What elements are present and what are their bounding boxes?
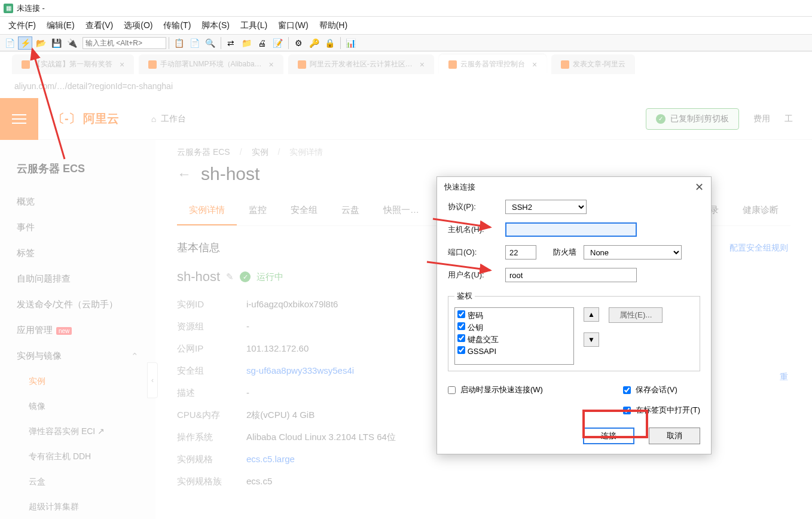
sidebar-item-instance[interactable]: 实例 [0, 369, 155, 394]
tb-save-icon[interactable]: 💾 [49, 36, 63, 50]
nav-fee[interactable]: 费用 [753, 114, 770, 124]
sidebar-item-supercompute[interactable]: 超级计算集群 [0, 494, 155, 519]
sidebar-item-cloudbox[interactable]: 云盒 [0, 469, 155, 494]
auth-keyboard[interactable]: 键盘交互 [457, 334, 571, 345]
username-field[interactable] [505, 268, 637, 282]
tab-monitor[interactable]: 监控 [237, 196, 279, 225]
sidebar-item-image[interactable]: 镜像 [0, 394, 155, 419]
firewall-select[interactable]: None [584, 245, 682, 260]
kv-value[interactable]: ecs.c5.large [246, 454, 295, 465]
edit-icon[interactable]: ✎ [226, 271, 234, 282]
host-field[interactable] [505, 222, 637, 237]
save-session-checkbox[interactable]: 保存会话(V) [623, 384, 677, 395]
checkbox[interactable] [623, 386, 631, 394]
tab-snapshot[interactable]: 快照一… [371, 196, 431, 225]
sidebar-collapse-handle[interactable]: ‹ [147, 362, 158, 398]
sidebar-item-troubleshoot[interactable]: 自助问题排查 [0, 266, 155, 292]
tb-key-icon[interactable]: 🔑 [307, 36, 321, 50]
toolbar: 📄 ⚡ 📂 💾 🔌 📋 📄 🔍 ⇄ 📁 🖨 📝 ⚙ 🔑 🔒 📊 [0, 35, 812, 51]
hamburger-menu[interactable] [0, 98, 38, 140]
tb-settings-icon[interactable]: ⚙ [291, 36, 306, 50]
move-down-button[interactable]: ▼ [584, 332, 599, 347]
auth-gssapi[interactable]: GSSAPI [457, 346, 571, 356]
browser-tab[interactable]: 【实战篇】第一期有奖答× [12, 54, 134, 74]
sidebar-item-tags[interactable]: 标签 [0, 240, 155, 266]
sidebar-item-cloud-assist[interactable]: 发送命令/文件（云助手） [0, 292, 155, 317]
open-in-tab-checkbox[interactable]: 在标签页中打开(T) [623, 405, 700, 416]
close-icon[interactable]: × [120, 60, 124, 69]
menu-window[interactable]: 窗口(W) [278, 20, 309, 31]
show-on-start-checkbox[interactable]: 启动时显示快速连接(W) [448, 384, 543, 395]
port-field[interactable] [505, 245, 536, 260]
close-icon[interactable]: × [532, 60, 537, 69]
close-icon[interactable]: ✕ [695, 181, 704, 194]
menu-view[interactable]: 查看(V) [86, 20, 114, 31]
checkbox[interactable] [448, 386, 456, 394]
sidebar-item-events[interactable]: 事件 [0, 215, 155, 240]
tb-copy-icon[interactable]: 📋 [172, 36, 186, 50]
address-bar[interactable]: aliyun.com/…/detail?regionId=cn-shanghai [0, 74, 812, 98]
back-arrow-icon[interactable]: ← [177, 166, 191, 182]
tab-details[interactable]: 实例详情 [177, 196, 237, 225]
auth-publickey[interactable]: 公钥 [457, 322, 571, 333]
tb-find-icon[interactable]: 🔍 [203, 36, 217, 50]
menu-script[interactable]: 脚本(S) [202, 20, 230, 31]
menu-tools[interactable]: 工具(L) [240, 20, 267, 31]
browser-tab[interactable]: 手动部署LNMP环境（Alibaba…× [139, 54, 283, 74]
browser-tab[interactable]: 发表文章-阿里云 [551, 54, 635, 74]
menu-edit[interactable]: 编辑(E) [47, 20, 75, 31]
kv-value[interactable]: sg-uf6aa8pwy333wsy5es4i [246, 365, 354, 377]
move-up-button[interactable]: ▲ [584, 307, 599, 322]
tb-chart-icon[interactable]: 📊 [343, 36, 358, 50]
tb-disconnect-icon[interactable]: 🔌 [65, 36, 79, 50]
host-input[interactable] [83, 37, 166, 49]
sidebar-item-app-manage[interactable]: 应用管理new [0, 317, 155, 343]
checkbox-label: 在标签页中打开(T) [636, 405, 700, 416]
browser-tab[interactable]: 阿里云开发者社区-云计算社区…× [288, 54, 434, 74]
tb-quick-connect-icon[interactable]: ⚡ [18, 36, 32, 50]
reset-link[interactable]: 重 [729, 372, 788, 383]
checkbox[interactable] [623, 407, 631, 414]
tb-print-icon[interactable]: 🖨 [255, 36, 269, 50]
menu-help[interactable]: 帮助(H) [319, 20, 347, 31]
sidebar-item-overview[interactable]: 概览 [0, 189, 155, 215]
close-icon[interactable]: × [269, 60, 274, 69]
kv-value: i-uf6agzq0xbikox79l8t6 [246, 299, 338, 310]
sidebar-item-instances-images[interactable]: 实例与镜像⌃ [0, 343, 155, 369]
tb-open-icon[interactable]: 📂 [33, 36, 48, 50]
tb-log-icon[interactable]: 📝 [270, 36, 285, 50]
tb-paste-icon[interactable]: 📄 [187, 36, 202, 50]
config-sg-link[interactable]: 配置安全组规则 [729, 243, 788, 254]
tb-transfer-icon[interactable]: ⇄ [224, 36, 238, 50]
connect-button[interactable]: 连接 [583, 428, 634, 444]
tb-lock-icon[interactable]: 🔒 [322, 36, 337, 50]
protocol-select[interactable]: SSH2 [505, 200, 587, 214]
auth-label: GSSAPI [468, 347, 496, 356]
tab-health[interactable]: 健康诊断 [731, 196, 790, 225]
workbench-link[interactable]: ⌂工作台 [151, 114, 186, 124]
auth-password[interactable]: 密码 [457, 310, 571, 321]
breadcrumb-item[interactable]: 云服务器 ECS [177, 147, 230, 158]
breadcrumb-item[interactable]: 实例 [252, 147, 268, 158]
dialog-titlebar[interactable]: 快速连接 ✕ [437, 177, 711, 197]
tb-new-session-icon[interactable]: 📄 [2, 36, 17, 50]
menu-file[interactable]: 文件(F) [8, 20, 36, 31]
checkbox[interactable] [457, 334, 465, 342]
auth-list[interactable]: 密码 公钥 键盘交互 GSSAPI [454, 307, 574, 365]
logo[interactable]: 〔-〕阿里云 [38, 111, 133, 127]
menu-transfer[interactable]: 传输(T) [163, 20, 191, 31]
sidebar-item-eci[interactable]: 弹性容器实例 ECI ↗ [0, 419, 155, 444]
menu-options[interactable]: 选项(O) [124, 20, 152, 31]
tab-sg[interactable]: 安全组 [279, 196, 329, 225]
checkbox[interactable] [457, 322, 465, 330]
nav-cut[interactable]: 工 [784, 114, 793, 124]
tab-disk[interactable]: 云盘 [329, 196, 371, 225]
browser-tab-active[interactable]: 云服务器管理控制台× [439, 54, 547, 74]
cancel-button[interactable]: 取消 [649, 428, 700, 444]
checkbox[interactable] [457, 346, 465, 354]
properties-button[interactable]: 属性(E)... [609, 307, 663, 323]
checkbox[interactable] [457, 310, 465, 318]
close-icon[interactable]: × [420, 60, 425, 69]
sidebar-item-ddh[interactable]: 专有宿主机 DDH [0, 444, 155, 469]
tb-sftp-icon[interactable]: 📁 [239, 36, 254, 50]
